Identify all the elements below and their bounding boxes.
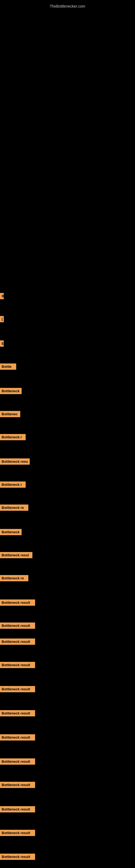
bottleneck-item: Bottleneck resul [0,552,32,558]
bottleneck-item: Bottleneck result [0,686,35,692]
bottleneck-item: Bottleneck [0,529,21,535]
bottleneck-item: Bottleneck re [0,575,28,581]
bottleneck-item: Bottleneck result [0,830,35,836]
bottleneck-item: Bottleneck result [0,622,35,629]
bottleneck-item: B [0,293,4,299]
bottleneck-item: Bottleneck result [0,782,35,788]
bottleneck-item: Bottleneck result [0,734,35,741]
bottleneck-item: Bottleneck result [0,806,35,812]
bottleneck-item: Bottleneck result [0,758,35,765]
bottleneck-item: [ [0,316,4,322]
bottleneck-item: Bottle [0,364,16,370]
bottleneck-item: Bottleneck re [0,504,28,511]
bottleneck-item: Bottleneck [0,388,21,394]
bottleneck-item: Bottlenec [0,411,20,417]
bottleneck-item: Bottleneck r [0,434,26,440]
bottleneck-item: Bottleneck resu [0,458,30,465]
bottleneck-item: Bottleneck result [0,710,35,716]
bottleneck-item: Bottleneck result [0,662,35,668]
bottleneck-item: Bottleneck result [0,639,35,645]
site-title: TheBottlenecker.com [0,1,135,11]
bottleneck-item: Bottleneck result [0,599,35,606]
bottleneck-item: Bottleneck r [0,482,26,488]
bottleneck-item: E [0,340,4,347]
bottleneck-item: Bottleneck result [0,854,35,860]
